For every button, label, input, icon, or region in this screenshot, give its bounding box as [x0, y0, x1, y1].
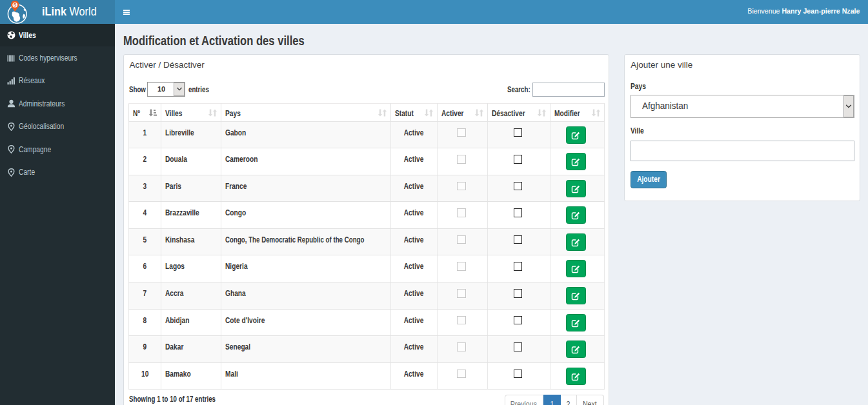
- svg-text:S: S: [14, 3, 17, 7]
